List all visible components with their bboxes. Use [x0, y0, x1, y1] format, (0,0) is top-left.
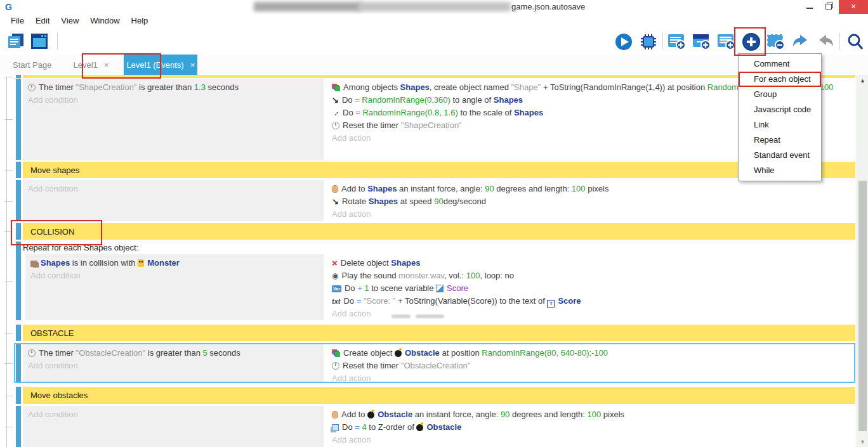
- project-manager-icon[interactable]: [4, 30, 27, 52]
- action-line[interactable]: ↘Rotate Shapes at speed 90deg/second: [332, 195, 855, 208]
- timer-icon: [332, 362, 339, 370]
- comment-row[interactable]: Move shapes: [0, 162, 855, 178]
- action-line[interactable]: Add to Obstacle an instant force, angle:…: [332, 408, 855, 421]
- condition-line[interactable]: Shapes is in collision with Monster: [30, 257, 324, 269]
- text-segment: =: [355, 108, 362, 117]
- timer-icon: [28, 84, 36, 91]
- text-segment: deg/second: [444, 197, 486, 206]
- comment-row[interactable]: Move obstacles: [0, 387, 855, 404]
- action-line[interactable]: Add to Shapes an instant force, angle: 9…: [332, 183, 855, 195]
- search-icon[interactable]: [843, 30, 867, 53]
- text-segment: RandomInRange(0,360): [362, 95, 450, 105]
- text-segment: degrees and length:: [494, 184, 572, 193]
- blur-artifact: [416, 314, 444, 318]
- add-action-link[interactable]: Add action: [332, 308, 855, 320]
- action-line[interactable]: Create object Obstacle at position Rando…: [332, 347, 854, 360]
- tab-level1-events-[interactable]: Level1 (Events)×: [124, 55, 197, 75]
- add-condition-link[interactable]: Add condition: [28, 360, 324, 372]
- close-button[interactable]: ×: [839, 0, 868, 14]
- comment-row[interactable]: COLLISION: [0, 223, 855, 240]
- text-segment: +: [357, 283, 364, 293]
- comment-row[interactable]: OBSTACLE: [0, 325, 855, 341]
- scene-editor-icon[interactable]: [28, 30, 51, 52]
- debug-icon[interactable]: [636, 30, 661, 53]
- tab-label: Start Page: [13, 60, 51, 70]
- action-line[interactable]: txtDo = "Score: " + ToString(Variable(Sc…: [332, 295, 855, 308]
- add-other-event-icon[interactable]: [739, 30, 763, 53]
- event-selection-bar: [16, 79, 21, 160]
- menu-item-group[interactable]: Group: [739, 87, 821, 102]
- add-event-icon[interactable]: [664, 30, 689, 53]
- conditions-column: Add condition: [23, 180, 324, 221]
- text-segment: Add to: [341, 184, 367, 193]
- action-line[interactable]: Do = 4 to Z-order of Obstacle: [332, 421, 855, 434]
- add-subevent-icon[interactable]: [689, 30, 714, 53]
- text-segment: Obstacle: [378, 410, 412, 419]
- timer-icon: [28, 349, 36, 357]
- delete-icon: ×: [332, 259, 338, 267]
- menu-edit[interactable]: Edit: [30, 14, 55, 28]
- menu-item-comment[interactable]: Comment: [739, 56, 821, 72]
- text-segment: Do: [343, 108, 355, 117]
- menu-item-link[interactable]: Link: [739, 117, 821, 133]
- menu-item-standard-event[interactable]: Standard event: [739, 148, 821, 163]
- add-condition-link[interactable]: Add condition: [28, 94, 324, 107]
- text-segment: "Score: ": [364, 296, 395, 306]
- scrollbar-thumb[interactable]: [858, 181, 867, 431]
- delete-event-icon[interactable]: [763, 30, 788, 53]
- add-action-link[interactable]: Add action: [332, 208, 855, 221]
- add-condition-link[interactable]: Add condition: [30, 269, 324, 282]
- action-line[interactable]: Reset the timer "ObstacleCreation": [332, 360, 854, 372]
- rotate-icon: ↘: [332, 195, 339, 208]
- event-row[interactable]: The timer "ObstacleCreation" is greater …: [14, 343, 855, 383]
- text-segment: Among objects: [343, 82, 400, 92]
- text-segment: seconds: [206, 82, 239, 92]
- tab-start-page[interactable]: Start Page: [6, 55, 58, 75]
- text-segment: 90: [485, 184, 494, 193]
- force-icon: [332, 185, 338, 193]
- play-icon[interactable]: [611, 30, 636, 53]
- menu-file[interactable]: File: [5, 14, 30, 28]
- scroll-up-arrow-icon[interactable]: ▲: [857, 77, 868, 84]
- restore-button[interactable]: [820, 0, 838, 14]
- add-condition-link[interactable]: Add condition: [28, 408, 324, 421]
- tab-close-icon[interactable]: ×: [190, 60, 195, 70]
- menu-item-while[interactable]: While: [739, 163, 821, 178]
- tab-close-icon[interactable]: ×: [104, 60, 109, 70]
- vertical-scrollbar[interactable]: ▲ ▼: [857, 75, 868, 447]
- text-segment: , vol.:: [444, 271, 466, 280]
- menu-item-repeat[interactable]: Repeat: [739, 133, 821, 148]
- menu-view[interactable]: View: [55, 14, 84, 28]
- foreach-event-row[interactable]: Repeat for each Shapes object:Shapes is …: [0, 242, 855, 320]
- action-line[interactable]: ◉Play the sound monster.wav, vol.: 100, …: [332, 269, 855, 282]
- add-comment-icon[interactable]: [714, 30, 739, 53]
- menu-item-javascript-code[interactable]: Javascript code: [739, 102, 821, 117]
- add-condition-link[interactable]: Add condition: [28, 183, 324, 195]
- action-line[interactable]: ×Delete object Shapes: [332, 257, 855, 269]
- text-segment: Shapes: [514, 108, 543, 117]
- text-segment: "ShapeCreation": [76, 82, 137, 92]
- tab-level1[interactable]: Level1×: [67, 55, 115, 75]
- undo-icon[interactable]: [788, 30, 813, 53]
- menu-item-for-each-object[interactable]: For each object: [739, 72, 821, 87]
- text-segment: Delete object: [341, 258, 391, 268]
- text-segment: RandomInRange(0.8, 1.6): [362, 108, 457, 117]
- menu-window[interactable]: Window: [84, 14, 125, 28]
- actions-column: ×Delete object Shapes◉Play the sound mon…: [328, 254, 855, 320]
- text-segment: Shapes: [400, 82, 430, 92]
- add-action-link[interactable]: Add action: [332, 434, 855, 446]
- event-row[interactable]: The timer "ShapeCreation" is greater tha…: [0, 79, 855, 160]
- scale-icon: ↔: [329, 106, 343, 120]
- redo-icon[interactable]: [813, 30, 838, 53]
- text-segment: + ToString(RandomInRange(1,4)) at positi…: [541, 82, 707, 92]
- event-row[interactable]: Add conditionAdd to Obstacle an instant …: [0, 406, 855, 447]
- add-action-link[interactable]: Add action: [332, 372, 854, 383]
- minimize-button[interactable]: [801, 0, 819, 14]
- event-row[interactable]: Add conditionAdd to Shapes an instant fo…: [0, 180, 855, 221]
- condition-line[interactable]: The timer "ObstacleCreation" is greater …: [28, 347, 324, 360]
- action-line[interactable]: VarDo + 1 to scene variable Score: [332, 282, 855, 295]
- scroll-down-arrow-icon[interactable]: ▼: [857, 439, 868, 445]
- condition-line[interactable]: The timer "ShapeCreation" is greater tha…: [28, 81, 324, 94]
- foreach-header[interactable]: Repeat for each Shapes object:: [23, 242, 855, 254]
- menu-help[interactable]: Help: [126, 14, 154, 28]
